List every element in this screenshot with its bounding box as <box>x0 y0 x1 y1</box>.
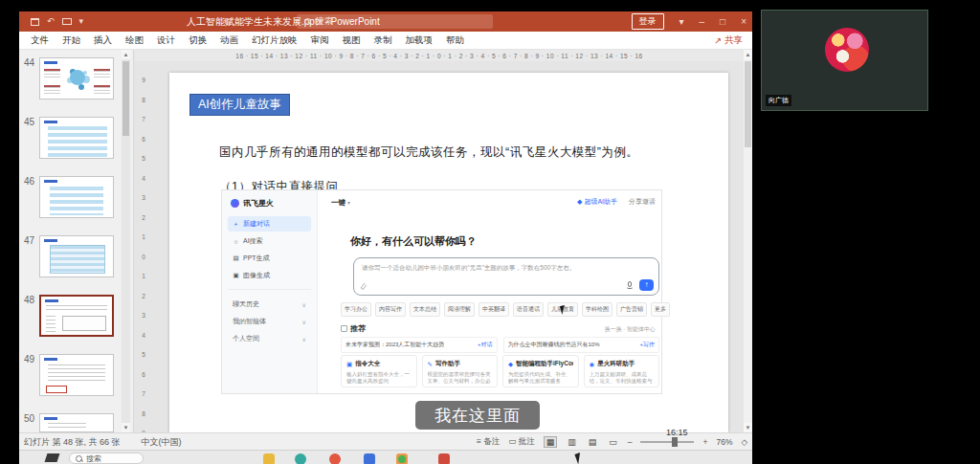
thumb-graphic <box>44 417 57 420</box>
share-label: 共享 <box>724 34 743 47</box>
slide-thumbnail-46[interactable] <box>39 176 114 218</box>
taskbar-app-icon[interactable] <box>396 453 408 464</box>
ribbon-tab[interactable]: 加载项 <box>406 34 434 47</box>
spark-sidebar-group[interactable]: 聊天历史 ∨ <box>228 296 311 313</box>
ribbon-tab[interactable]: 绘图 <box>125 34 144 47</box>
scroll-up-icon[interactable]: ▲ <box>744 50 752 59</box>
close-icon[interactable]: × <box>741 17 746 27</box>
slide-thumbnail-47[interactable] <box>39 235 114 277</box>
recommend-action-link[interactable]: +写作 <box>639 341 655 349</box>
chevron-down-icon: ∨ <box>302 336 306 342</box>
slide-thumbnail-44[interactable] <box>39 57 114 99</box>
ribbon-tab[interactable]: 审阅 <box>311 34 329 47</box>
category-chip[interactable]: 语音通话 <box>513 302 544 317</box>
send-button[interactable]: ↑ <box>639 279 654 291</box>
spark-sidebar-item[interactable]: ▤ PPT生成 <box>228 251 311 266</box>
slide-thumbnail-50[interactable] <box>39 413 114 432</box>
taskbar-app-icon[interactable] <box>263 453 275 464</box>
thumb-graphic <box>44 69 60 77</box>
reading-view-icon[interactable]: ▤ <box>587 437 599 447</box>
taskbar-search[interactable]: 搜索 <box>69 453 144 464</box>
ribbon-tab[interactable]: 幻灯片放映 <box>252 34 298 47</box>
assistant-card[interactable]: ◆ 智能编程助手iFlyCode 为您提供代码生成、补全、解释与单元测试等服务 <box>502 355 579 387</box>
category-chip[interactable]: 学科绘图 <box>582 302 612 317</box>
ribbon-tab[interactable]: 文件 <box>31 34 49 47</box>
slide-thumbnail-49[interactable] <box>39 354 114 396</box>
scrollbar-thumb[interactable] <box>122 61 129 136</box>
zoom-slider[interactable] <box>640 441 694 443</box>
spark-topbar-left[interactable]: 一键 ▾ <box>331 198 350 208</box>
search-box[interactable]: 搜索 <box>297 14 493 29</box>
undo-icon[interactable]: ↶ <box>47 17 55 26</box>
slide-thumbnail-45[interactable] <box>39 117 114 159</box>
login-button[interactable]: 登录 <box>632 13 664 30</box>
ribbon-tab[interactable]: 视图 <box>343 34 361 47</box>
scroll-up-icon[interactable]: ▲ <box>122 50 130 59</box>
slide-canvas[interactable]: AI创作儿童故事 国内几乎所有的通用的模型都可以完成该任务，现以“讯飞星火大模型… <box>169 73 728 432</box>
spark-sidebar-item[interactable]: ▣ 图像生成 <box>228 268 311 283</box>
slideshow-view-icon[interactable]: ▭ <box>607 437 619 447</box>
comments-button[interactable]: ▭ 批注 <box>508 436 534 448</box>
recommend-row[interactable]: 未来学家预测：2023人工智能十大趋势 +对话 <box>341 337 498 353</box>
scroll-down-icon[interactable]: ▼ <box>744 423 752 432</box>
spark-sidebar-item[interactable]: + 新建对话 <box>228 216 311 232</box>
microphone-icon[interactable] <box>626 281 634 291</box>
zoom-slider-handle[interactable] <box>672 437 678 447</box>
category-chip[interactable]: 中英翻译 <box>479 302 509 317</box>
spark-assistant-link[interactable]: ◆ 超级AI助手 <box>577 197 617 207</box>
ribbon-tab[interactable]: 动画 <box>220 34 238 47</box>
ribbon-tab[interactable]: 开始 <box>62 34 80 47</box>
assistant-card[interactable]: ◉ 星火科研助手 上万篇文献调研、成果总结，论文、专利快速检索与答疑 <box>584 355 660 387</box>
scrollbar-thumb[interactable] <box>745 61 751 147</box>
category-chip[interactable]: 阅读理解 <box>444 302 475 317</box>
ribbon-tab[interactable]: 录制 <box>374 34 392 47</box>
normal-view-icon[interactable]: ▦ <box>544 436 558 448</box>
assistant-card[interactable]: ✎ 写作助手 根据您的需求帮您撰写各类文章、公文与材料，办公必备 <box>422 355 499 387</box>
assistant-card[interactable]: ▣ 指令大全 输入斜杠查看指令大全，一键向星火高效提问 <box>341 355 417 387</box>
participant-video-tile[interactable]: 向广德 <box>761 10 928 111</box>
slideshow-icon[interactable] <box>62 18 72 25</box>
taskbar-app-icon[interactable] <box>364 453 375 464</box>
taskbar-app-icon[interactable] <box>295 453 306 464</box>
notes-button[interactable]: ≡ 备注 <box>477 436 500 448</box>
refresh-link[interactable]: 换一换 · 智能体中心 <box>605 325 656 334</box>
ribbon-options-icon[interactable]: ▾ <box>679 17 684 27</box>
category-chip[interactable]: 广告营销 <box>616 302 647 317</box>
recommend-row[interactable]: 为什么全中国最赚钱的书店只有10% +写作 <box>503 337 660 353</box>
slide-thumbnail-48-selected[interactable] <box>39 295 114 337</box>
taskbar-app-icon[interactable] <box>438 453 450 464</box>
zoom-out-icon[interactable]: – <box>628 437 633 447</box>
recommend-action-link[interactable]: +对话 <box>478 341 493 349</box>
maximize-icon[interactable]: □ <box>720 17 725 27</box>
ribbon-tab[interactable]: 帮助 <box>446 34 464 47</box>
ribbon-tab[interactable]: 设计 <box>157 34 175 47</box>
spark-input-box[interactable]: 请你写一个适合幼儿园中班小朋友听的“元旦”主题的故事，字数在500字左右。 ↑ <box>353 257 659 296</box>
spark-sidebar-item[interactable]: ○ AI搜索 <box>228 233 311 249</box>
share-button[interactable]: ↗ 共享 <box>714 32 743 50</box>
spark-sidebar-group[interactable]: 个人空间 ∨ <box>228 330 311 347</box>
spark-sidebar-group[interactable]: 我的智能体 ∨ <box>228 313 311 330</box>
qat-more-icon[interactable]: ▾ <box>79 17 84 26</box>
zoom-level[interactable]: 76% <box>716 437 732 447</box>
spark-share-link[interactable]: 分享邀请 <box>629 197 656 207</box>
category-chip[interactable]: 文本总结 <box>410 302 440 317</box>
thumbnail-scrollbar[interactable]: ▲ ▼ <box>122 50 130 432</box>
category-chip[interactable]: 内容写作 <box>375 302 406 317</box>
paperclip-icon[interactable] <box>360 283 368 291</box>
minimize-icon[interactable]: – <box>700 17 705 27</box>
slide-scrollbar[interactable]: ▲ ▼ <box>744 50 752 432</box>
taskbar-pen-icon[interactable] <box>45 453 60 462</box>
category-chip[interactable]: 学习办公 <box>341 302 371 317</box>
slide-sorter-icon[interactable]: ▥ <box>566 437 578 447</box>
language-indicator[interactable]: 中文(中国) <box>142 436 182 449</box>
save-icon[interactable] <box>31 18 39 26</box>
fit-to-window-icon[interactable]: ◇ <box>741 437 747 447</box>
ribbon-tab[interactable]: 切换 <box>189 34 207 47</box>
slide-number: 44 <box>19 57 34 68</box>
category-chip[interactable]: 更多 <box>651 302 670 317</box>
status-right: ≡ 备注 ▭ 批注 ▦ ▥ ▤ ▭ – + 76% ◇ <box>477 433 747 451</box>
ribbon-tab[interactable]: 插入 <box>94 34 112 47</box>
taskbar-app-icon[interactable] <box>329 453 341 464</box>
zoom-in-icon[interactable]: + <box>702 437 707 447</box>
scroll-down-icon[interactable]: ▼ <box>122 423 130 432</box>
